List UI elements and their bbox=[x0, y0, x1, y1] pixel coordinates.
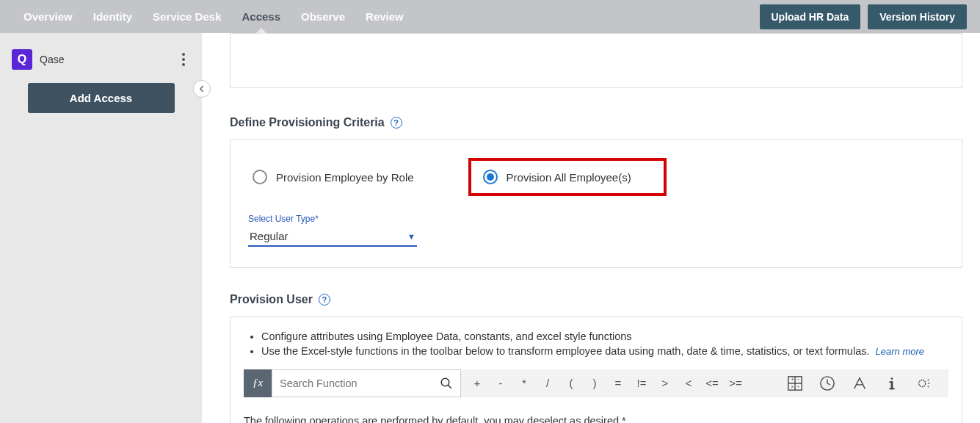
tab-service-desk[interactable]: Service Desk bbox=[142, 0, 231, 33]
search-icon[interactable] bbox=[440, 377, 453, 390]
tab-review[interactable]: Review bbox=[355, 0, 414, 33]
svg-text:÷: ÷ bbox=[797, 384, 800, 389]
main-content: Define Provisioning Criteria ? Provision… bbox=[202, 33, 980, 423]
criteria-section-title: Define Provisioning Criteria ? bbox=[230, 116, 962, 129]
select-user-type-value: Regular bbox=[250, 230, 288, 242]
settings-category-icon[interactable] bbox=[916, 375, 932, 391]
provision-title-text: Provision User bbox=[230, 293, 313, 306]
instruction-item: Use the Excel-style functions in the too… bbox=[261, 344, 948, 358]
chevron-down-icon: ▼ bbox=[407, 232, 415, 241]
op-not-equals[interactable]: != bbox=[631, 373, 652, 394]
op-gt[interactable]: > bbox=[655, 373, 675, 394]
fx-icon: ƒx bbox=[244, 369, 272, 397]
function-toolbar: ƒx + - * / ( ) = != > < <= >= bbox=[244, 369, 948, 397]
svg-rect-15 bbox=[889, 388, 894, 389]
op-gte[interactable]: >= bbox=[725, 373, 746, 394]
info-category-icon[interactable] bbox=[884, 375, 900, 391]
select-user-type-label: Select User Type* bbox=[248, 214, 417, 224]
operations-note: The following operations are performed b… bbox=[244, 415, 948, 423]
tab-access[interactable]: Access bbox=[231, 0, 291, 33]
svg-text:×: × bbox=[791, 384, 794, 389]
select-user-type[interactable]: Regular ▼ bbox=[248, 227, 417, 247]
svg-text:+: + bbox=[791, 377, 794, 382]
instruction-list: Configure attributes using Employee Data… bbox=[244, 329, 948, 359]
radio-provision-all-employees[interactable]: Provision All Employee(s) bbox=[479, 164, 642, 190]
datetime-category-icon[interactable] bbox=[819, 375, 835, 391]
svg-point-18 bbox=[929, 383, 930, 384]
op-paren-close[interactable]: ) bbox=[584, 373, 605, 394]
svg-text:−: − bbox=[797, 377, 800, 382]
collapse-sidebar-icon[interactable] bbox=[193, 80, 211, 98]
svg-point-17 bbox=[928, 379, 929, 380]
function-search[interactable] bbox=[272, 369, 461, 397]
op-divide[interactable]: / bbox=[537, 373, 558, 394]
help-icon[interactable]: ? bbox=[319, 294, 330, 306]
kebab-menu-icon[interactable] bbox=[177, 50, 190, 69]
op-lt[interactable]: < bbox=[678, 373, 699, 394]
svg-point-19 bbox=[928, 386, 929, 387]
op-equals[interactable]: = bbox=[608, 373, 628, 394]
radio-label-by-role: Provision Employee by Role bbox=[276, 171, 414, 184]
tab-observe[interactable]: Observe bbox=[291, 0, 355, 33]
top-nav: Overview Identity Service Desk Access Ob… bbox=[0, 0, 980, 33]
op-minus[interactable]: - bbox=[490, 373, 511, 394]
op-lte[interactable]: <= bbox=[702, 373, 722, 394]
upload-hr-data-button[interactable]: Upload HR Data bbox=[760, 4, 861, 29]
svg-point-16 bbox=[919, 380, 926, 386]
radio-label-all-employees: Provision All Employee(s) bbox=[507, 171, 631, 184]
learn-more-link[interactable]: Learn more bbox=[876, 346, 924, 357]
top-placeholder-card bbox=[230, 33, 962, 88]
nav-tabs: Overview Identity Service Desk Access Ob… bbox=[13, 0, 414, 33]
instruction-text: Use the Excel-style functions in the too… bbox=[261, 345, 870, 357]
provision-card: Configure attributes using Employee Data… bbox=[230, 317, 962, 423]
version-history-button[interactable]: Version History bbox=[868, 4, 967, 29]
op-multiply[interactable]: * bbox=[514, 373, 534, 394]
highlight-annotation: Provision All Employee(s) bbox=[468, 158, 667, 196]
op-plus[interactable]: + bbox=[467, 373, 487, 394]
qase-logo-icon: Q bbox=[12, 49, 32, 70]
svg-point-12 bbox=[891, 377, 893, 380]
op-paren-open[interactable]: ( bbox=[561, 373, 581, 394]
add-access-button[interactable]: Add Access bbox=[28, 83, 175, 113]
operator-bar: + - * / ( ) = != > < <= >= +−×÷ bbox=[461, 369, 948, 397]
sidebar-app-title: Qase bbox=[40, 54, 177, 65]
criteria-title-text: Define Provisioning Criteria bbox=[230, 116, 385, 129]
tab-overview[interactable]: Overview bbox=[13, 0, 83, 33]
instruction-item: Configure attributes using Employee Data… bbox=[261, 329, 948, 344]
text-category-icon[interactable] bbox=[852, 375, 868, 391]
math-category-icon[interactable]: +−×÷ bbox=[787, 375, 803, 391]
function-search-input[interactable] bbox=[280, 377, 440, 389]
sidebar: Q Qase Add Access bbox=[0, 33, 202, 423]
tab-identity[interactable]: Identity bbox=[83, 0, 142, 33]
svg-rect-14 bbox=[889, 381, 893, 383]
svg-line-1 bbox=[448, 385, 451, 388]
help-icon[interactable]: ? bbox=[391, 117, 402, 129]
radio-provision-by-role[interactable]: Provision Employee by Role bbox=[248, 164, 424, 190]
criteria-card: Provision Employee by Role Provision All… bbox=[230, 140, 962, 268]
provision-section-title: Provision User ? bbox=[230, 293, 962, 306]
svg-point-0 bbox=[441, 378, 449, 386]
svg-line-11 bbox=[827, 383, 830, 385]
